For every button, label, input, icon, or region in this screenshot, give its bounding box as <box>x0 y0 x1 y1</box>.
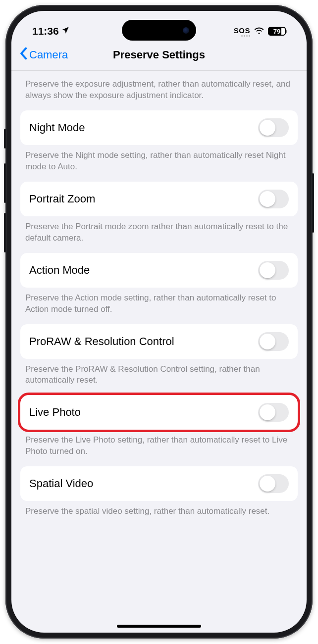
status-right: SOS 79 <box>234 26 286 37</box>
back-label: Camera <box>29 49 68 61</box>
screen: 11:36 SOS 79 <box>11 11 307 633</box>
back-button[interactable]: Camera <box>19 47 68 63</box>
proraw-label: ProRAW & Resolution Control <box>29 335 174 348</box>
iphone-frame: 11:36 SOS 79 <box>5 5 313 639</box>
home-indicator[interactable] <box>117 625 201 628</box>
page-title: Preserve Settings <box>113 49 205 61</box>
toggle-knob <box>260 334 275 349</box>
portrait-zoom-footer: Preserve the Portrait mode zoom rather t… <box>11 216 307 253</box>
toggle-knob <box>260 120 275 136</box>
location-icon <box>61 25 70 37</box>
night-mode-toggle[interactable] <box>258 118 289 137</box>
live-photo-footer: Preserve the Live Photo setting, rather … <box>11 430 307 466</box>
spatial-video-row[interactable]: Spatial Video <box>20 466 298 501</box>
portrait-zoom-label: Portrait Zoom <box>29 193 95 205</box>
action-mode-toggle[interactable] <box>258 261 289 280</box>
status-time: 11:36 <box>32 25 59 37</box>
mute-switch <box>4 129 6 149</box>
spatial-video-footer: Preserve the spatial video setting, rath… <box>11 501 307 526</box>
volume-down-button <box>4 213 6 252</box>
live-photo-row[interactable]: Live Photo <box>20 395 298 430</box>
dynamic-island <box>122 20 196 41</box>
wifi-icon <box>254 26 265 37</box>
live-photo-label: Live Photo <box>29 406 81 419</box>
power-button <box>312 173 314 233</box>
spatial-video-toggle[interactable] <box>258 474 289 493</box>
night-mode-footer: Preserve the Night mode setting, rather … <box>11 145 307 182</box>
battery-level: 79 <box>273 28 280 35</box>
battery-fill <box>281 28 285 35</box>
toggle-knob <box>260 404 275 420</box>
proraw-toggle[interactable] <box>258 332 289 351</box>
action-mode-footer: Preserve the Action mode setting, rather… <box>11 288 307 324</box>
portrait-zoom-toggle[interactable] <box>258 190 289 208</box>
night-mode-row[interactable]: Night Mode <box>20 110 298 145</box>
sos-indicator: SOS <box>234 26 250 37</box>
live-photo-toggle[interactable] <box>258 403 289 422</box>
battery-indicator: 79 <box>268 27 286 36</box>
settings-content[interactable]: Preserve the exposure adjustment, rather… <box>11 71 307 633</box>
nav-bar: Camera Preserve Settings <box>11 42 307 71</box>
front-camera-icon <box>183 27 189 34</box>
portrait-zoom-row[interactable]: Portrait Zoom <box>20 182 298 216</box>
spatial-video-label: Spatial Video <box>29 477 93 490</box>
action-mode-label: Action Mode <box>29 264 90 277</box>
sos-text: SOS <box>234 26 250 35</box>
exposure-footer: Preserve the exposure adjustment, rather… <box>11 74 307 110</box>
action-mode-row[interactable]: Action Mode <box>20 253 298 288</box>
sos-dots-icon <box>234 35 250 37</box>
proraw-footer: Preserve the ProRAW & Resolution Control… <box>11 359 307 396</box>
volume-up-button <box>4 163 6 203</box>
toggle-knob <box>260 476 275 492</box>
night-mode-label: Night Mode <box>29 121 85 134</box>
chevron-left-icon <box>19 47 27 63</box>
toggle-knob <box>260 191 275 207</box>
proraw-row[interactable]: ProRAW & Resolution Control <box>20 324 298 359</box>
toggle-knob <box>260 262 275 278</box>
status-left: 11:36 <box>32 25 70 37</box>
